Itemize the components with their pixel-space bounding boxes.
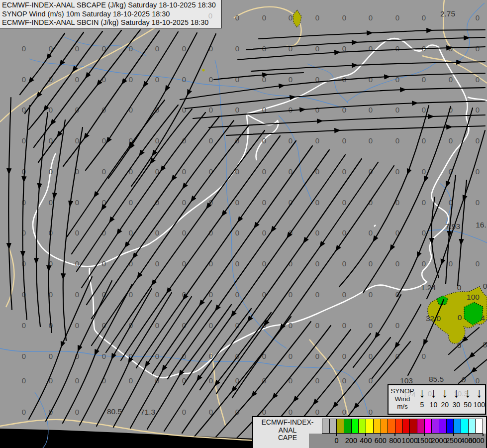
cape-tick-label: 6000 [468, 437, 484, 445]
wind-legend-param: Wind [389, 395, 416, 403]
grid-value: 0 [209, 136, 213, 145]
cape-tick [483, 434, 484, 436]
wind-arrow-icon: ↓ [476, 386, 483, 399]
grid-value: 0 [342, 167, 346, 176]
cape-tick-label: 400 [360, 437, 372, 445]
grid-value: 0 [102, 198, 106, 207]
grid-value: 0 [22, 376, 26, 385]
cape-patch-dot [202, 69, 205, 72]
grid-value: 0 [75, 376, 79, 385]
title-line-1: ECMWF-INDEX-ANAL SBCAPE (J/kg) Saturday … [2, 1, 221, 10]
wind-speed-value: 100 [474, 401, 485, 409]
grid-value: 0 [422, 136, 426, 145]
wind-speed-column: ↓10 [428, 385, 439, 414]
grid-value: 0 [262, 198, 266, 207]
point-value: 0 [483, 282, 487, 290]
grid-value: 0 [369, 75, 373, 84]
grid-value: 0 [422, 352, 426, 360]
cape-scale-cell [366, 419, 374, 434]
grid-value: 0 [209, 106, 213, 114]
grid-value: 0 [449, 259, 453, 268]
grid-value: 0 [342, 290, 346, 299]
grid-value: 0 [262, 75, 266, 84]
grid-value: 0 [262, 228, 266, 237]
grid-value: 0 [209, 75, 213, 84]
grid-value: 0 [289, 290, 292, 299]
grid-value: 0 [315, 44, 319, 53]
grid-value: 0 [315, 136, 319, 145]
point-value: 0 [462, 375, 466, 384]
grid-value: 0 [155, 44, 159, 53]
grid-value: 0 [49, 198, 53, 207]
grid-value: 0 [182, 75, 186, 84]
point-value: 85.5 [429, 375, 444, 383]
grid-value: 0 [342, 13, 346, 22]
wind-arrow-icon: ↓ [430, 386, 437, 399]
wind-speed-value: 30 [452, 401, 460, 409]
map-canvas: 0000000000000000000000000000000000000000… [0, 0, 487, 448]
grid-value: 0 [315, 352, 319, 360]
wind-arrow-icon: ↓ [465, 386, 471, 399]
cape-tick-label: 200 [345, 437, 357, 445]
grid-value: 0 [289, 408, 292, 416]
grid-value: 0 [449, 44, 453, 53]
grid-value: 0 [369, 136, 373, 145]
title-box: ECMWF-INDEX-ANAL SBCAPE (J/kg) Saturday … [0, 0, 222, 28]
grid-value: 0 [369, 321, 373, 330]
grid-value: 0 [75, 75, 79, 84]
grid-value: 0 [235, 198, 239, 207]
grid-value: 0 [235, 44, 239, 53]
grid-value: 0 [75, 228, 79, 237]
grid-value: 0 [22, 44, 26, 53]
grid-value: 0 [422, 75, 426, 84]
grid-value: 0 [289, 13, 292, 22]
cape-scale-cell [395, 419, 403, 434]
cape-scale-cell [351, 419, 359, 434]
point-value: 103 [400, 376, 413, 385]
grid-value: 0 [289, 321, 292, 330]
grid-value: 0 [49, 167, 53, 176]
grid-value: 0 [315, 228, 319, 237]
grid-value: 0 [315, 408, 319, 416]
grid-value: 0 [182, 167, 186, 176]
wind-legend-source: SYNOP [389, 387, 416, 395]
grid-value: 0 [342, 352, 346, 360]
cape-scale-cell [358, 419, 366, 434]
cape-tick [380, 434, 381, 436]
wind-speed-value: 20 [441, 401, 449, 409]
grid-value: 0 [235, 290, 239, 299]
cape-scale-cell [373, 419, 381, 434]
grid-value: 0 [342, 376, 346, 385]
cape-tick [365, 434, 366, 436]
cape-scale-cell [468, 419, 476, 434]
grid-value: 0 [75, 259, 79, 268]
grid-value: 0 [22, 408, 26, 416]
grid-value: 0 [209, 376, 213, 385]
cape-scale-cell [439, 419, 447, 434]
grid-value: 0 [75, 321, 79, 330]
grid-value: 0 [395, 44, 399, 53]
cape-scale-cell [424, 419, 432, 434]
grid-value: 0 [129, 198, 133, 207]
grid-value: 0 [22, 136, 26, 145]
wind-speed-value: 5 [420, 401, 424, 409]
grid-value: 0 [315, 106, 319, 114]
grid-value: 0 [102, 259, 106, 268]
grid-value: 0 [75, 408, 79, 416]
cape-tick-label: 600 [375, 437, 387, 445]
grid-value: 0 [102, 167, 106, 176]
grid-value: 0 [182, 44, 186, 53]
title-line-3: ECMWF-INDEX-ANAL SBCIN (J/kg) Saturday 1… [2, 18, 221, 27]
point-value: 5 [483, 340, 487, 349]
cape-tick [468, 434, 469, 436]
wind-arrow-icon: ↓ [453, 386, 460, 399]
grid-value: 0 [262, 136, 266, 145]
point-value: 80.5 [107, 407, 122, 416]
grid-value: 0 [75, 198, 79, 207]
wind-legend-unit: m/s [389, 403, 416, 411]
grid-value: 0 [155, 75, 159, 84]
grid-value: 0 [476, 259, 480, 268]
grid-value: 0 [395, 136, 399, 145]
wind-speed-value: 50 [464, 401, 472, 409]
wind-legend: SYNOP Wind m/s ↓5↓10↓20↓30↓50↓100 [388, 384, 486, 415]
